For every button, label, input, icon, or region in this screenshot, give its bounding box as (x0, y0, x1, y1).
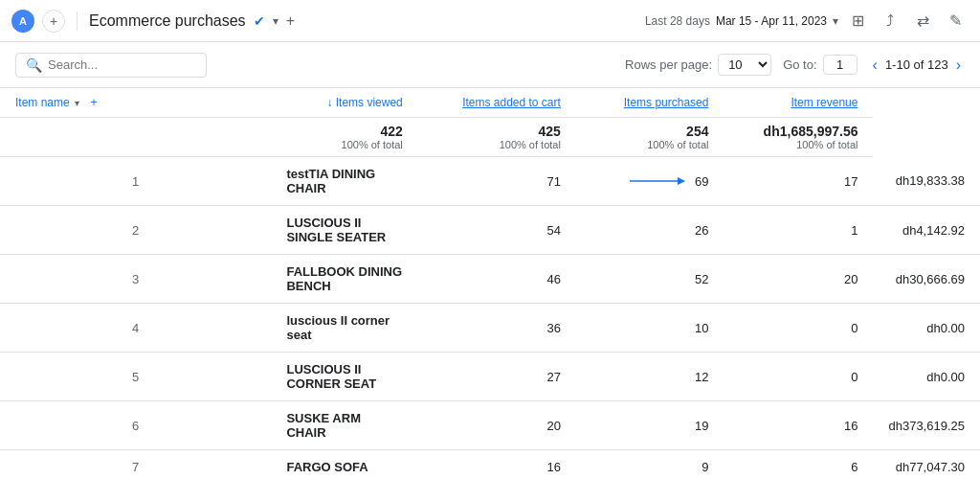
prev-page-button[interactable]: ‹ (869, 55, 881, 76)
totals-row: 422 100% of total 425 100% of total 254 … (0, 118, 980, 157)
cell-items-viewed: 27 (418, 353, 576, 401)
totals-items-added-sub: 100% of total (434, 139, 561, 150)
date-range-badge: Last 28 days (645, 14, 710, 28)
toolbar-right: Rows per page: 102550100 Go to: ‹ 1-10 o… (625, 54, 965, 76)
cell-item-name: SUSKE ARM CHAIR (271, 401, 417, 450)
ecommerce-table: Item name ▾ + ↓ Items viewed Items added… (0, 88, 980, 479)
rows-per-page-select[interactable]: 102550100 (718, 54, 771, 76)
pagination-control: ‹ 1-10 of 123 › (869, 55, 965, 76)
share-icon-button[interactable]: ⤴ (877, 8, 903, 34)
table-header-row: Item name ▾ + ↓ Items viewed Items added… (0, 88, 980, 118)
cell-items-viewed: 20 (418, 401, 576, 450)
col-add-icon[interactable]: + (90, 96, 97, 109)
totals-items-added-val: 425 (434, 124, 561, 139)
cell-rank: 4 (0, 304, 271, 353)
cell-items-added: 10 (576, 304, 724, 353)
cell-items-purchased: 16 (724, 401, 873, 450)
cell-rank: 7 (0, 450, 271, 480)
cell-items-purchased: 0 (724, 353, 873, 401)
col-header-item-revenue[interactable]: Item revenue (724, 88, 873, 118)
col-header-item-name[interactable]: Item name ▾ + (0, 88, 271, 118)
top-bar-right: Last 28 days Mar 15 - Apr 11, 2023 ▾ ⊞ ⤴… (645, 8, 969, 34)
edit-icon-button[interactable]: ✎ (942, 8, 969, 34)
cell-items-viewed: 46 (418, 255, 576, 304)
cell-rank: 1 (0, 157, 271, 206)
totals-items-purchased: 254 100% of total (576, 118, 724, 157)
cell-item-revenue: dh373,619.25 (873, 401, 980, 450)
add-tab-button[interactable]: + (42, 10, 65, 33)
col-header-items-added-label: Items added to cart (462, 96, 561, 109)
cell-item-name: FARGO SOFA (271, 450, 417, 480)
page-title-text: Ecommerce purchases (89, 12, 246, 30)
cell-item-revenue: dh30,666.69 (873, 255, 980, 304)
svg-marker-1 (678, 177, 685, 185)
goto-input[interactable] (823, 55, 858, 75)
date-range-value[interactable]: Mar 15 - Apr 11, 2023 (716, 14, 827, 28)
search-input[interactable] (48, 57, 182, 72)
cell-item-revenue: dh4,142.92 (873, 206, 980, 255)
cell-items-added: 26 (576, 206, 724, 255)
cell-items-purchased: 17 (724, 157, 873, 206)
cell-items-added: 9 (576, 450, 724, 480)
cell-items-viewed: 54 (418, 206, 576, 255)
search-box[interactable]: 🔍 (15, 53, 207, 78)
title-chevron-icon[interactable]: ▾ (273, 14, 278, 28)
top-bar: A + Ecommerce purchases ✔ ▾ + Last 28 da… (0, 0, 980, 42)
table-container: Item name ▾ + ↓ Items viewed Items added… (0, 88, 980, 479)
totals-item-revenue-sub: 100% of total (739, 139, 858, 150)
page-title: Ecommerce purchases ✔ ▾ + (89, 12, 637, 30)
cell-item-name: LUSCIOUS II CORNER SEAT (271, 353, 417, 401)
divider (77, 11, 78, 31)
grid-icon-button[interactable]: ⊞ (844, 8, 871, 34)
cell-items-added: 69 (576, 157, 724, 206)
cell-items-viewed: 71 (418, 157, 576, 206)
cell-rank: 2 (0, 206, 271, 255)
col-header-item-revenue-label: Item revenue (791, 96, 858, 109)
col-sort-icon: ▾ (75, 98, 79, 108)
col-header-items-purchased[interactable]: Items purchased (576, 88, 724, 118)
col-header-item-name-label: Item name (15, 96, 70, 109)
goto-control: Go to: (783, 55, 857, 75)
compare-icon-button[interactable]: ⇄ (909, 8, 936, 34)
table-row: 4luscious II corner seat36100dh0.00 (0, 304, 980, 353)
table-row: 5LUSCIOUS II CORNER SEAT27120dh0.00 (0, 353, 980, 401)
date-range-chevron-icon[interactable]: ▾ (833, 14, 838, 28)
verified-check-icon: ✔ (254, 13, 265, 29)
page-info: 1-10 of 123 (885, 57, 948, 72)
totals-items-added: 425 100% of total (418, 118, 576, 157)
totals-empty (0, 118, 271, 157)
cell-items-added: 52 (576, 255, 724, 304)
cell-items-viewed: 16 (418, 450, 576, 480)
cell-item-name: luscious II corner seat (271, 304, 417, 353)
table-row: 1testTIA DINING CHAIR71 69 17dh19,833.38 (0, 157, 980, 206)
col-header-items-added[interactable]: Items added to cart (418, 88, 576, 118)
cell-rank: 5 (0, 353, 271, 401)
next-page-button[interactable]: › (952, 55, 965, 76)
totals-items-viewed-val: 422 (286, 124, 402, 139)
cell-items-purchased: 0 (724, 304, 873, 353)
col-header-items-viewed[interactable]: ↓ Items viewed (271, 88, 417, 118)
col-header-items-viewed-label: ↓ Items viewed (326, 96, 402, 109)
cell-items-purchased: 20 (724, 255, 873, 304)
table-body: 1testTIA DINING CHAIR71 69 17dh19,833.38… (0, 157, 980, 480)
cell-item-revenue: dh19,833.38 (873, 157, 980, 206)
totals-items-purchased-sub: 100% of total (591, 139, 709, 150)
cell-item-revenue: dh0.00 (873, 353, 980, 401)
cell-rank: 6 (0, 401, 271, 450)
rows-per-page-label: Rows per page: (625, 57, 712, 72)
table-row: 2LUSCIOUS II SINGLE SEATER54261dh4,142.9… (0, 206, 980, 255)
totals-items-viewed: 422 100% of total (271, 118, 417, 157)
cell-item-revenue: dh77,047.30 (873, 450, 980, 480)
totals-item-revenue-val: dh1,685,997.56 (739, 124, 858, 139)
cell-items-viewed: 36 (418, 304, 576, 353)
cell-item-name: testTIA DINING CHAIR (271, 157, 417, 206)
col-header-items-purchased-label: Items purchased (624, 96, 709, 109)
title-add-icon[interactable]: + (286, 12, 295, 30)
cell-items-added: 19 (576, 401, 724, 450)
cell-items-purchased: 1 (724, 206, 873, 255)
totals-item-revenue: dh1,685,997.56 100% of total (724, 118, 873, 157)
table-row: 7FARGO SOFA1696dh77,047.30 (0, 450, 980, 480)
cell-items-added: 12 (576, 353, 724, 401)
cell-rank: 3 (0, 255, 271, 304)
cell-items-purchased: 6 (724, 450, 873, 480)
